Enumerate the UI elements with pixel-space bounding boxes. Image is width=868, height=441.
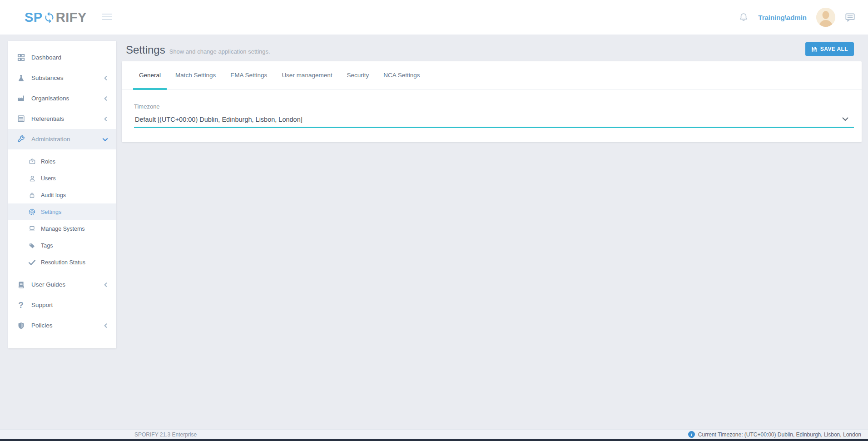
sidebar-item-resolution-status[interactable]: Resolution Status <box>8 254 116 271</box>
laptop-icon <box>28 225 36 232</box>
sidebar-item-label: Substances <box>31 74 64 81</box>
chevron-down-icon <box>842 117 848 121</box>
sidebar-item-referentials[interactable]: Referentials <box>8 109 116 129</box>
chevron-left-icon <box>103 282 108 287</box>
gear-icon <box>28 208 36 216</box>
sidebar-item-label: User Guides <box>31 281 65 288</box>
topbar-actions: Training\admin <box>739 0 855 35</box>
tab-match-settings[interactable]: Match Settings <box>169 61 222 89</box>
timezone-select[interactable]: Default [(UTC+00:00) Dublin, Edinburgh, … <box>134 115 854 128</box>
question-icon: ? <box>16 301 26 309</box>
save-all-label: SAVE ALL <box>820 46 848 52</box>
sidebar-item-label: Resolution Status <box>41 259 85 266</box>
sidebar-item-manage-systems[interactable]: Manage Systems <box>8 220 116 237</box>
sidebar-item-policies[interactable]: Policies <box>8 315 116 336</box>
factory-icon <box>16 94 26 102</box>
sidebar-item-audit-logs[interactable]: Audit logs <box>8 187 116 203</box>
sidebar-item-label: Manage Systems <box>41 226 85 232</box>
save-icon <box>811 46 817 52</box>
page-subtitle: Show and change application settings. <box>169 48 270 55</box>
settings-tabs: General Match Settings EMA Settings User… <box>122 61 862 89</box>
users-icon <box>28 175 36 182</box>
tab-ema-settings[interactable]: EMA Settings <box>224 61 273 89</box>
sidebar-item-label: Audit logs <box>41 192 66 198</box>
sidebar-item-user-guides[interactable]: User Guides <box>8 274 116 295</box>
tag-icon <box>28 242 36 249</box>
sidebar-item-organisations[interactable]: Organisations <box>8 88 116 109</box>
sidebar-item-label: Settings <box>41 209 61 215</box>
page-header: Settings Show and change application set… <box>126 44 270 56</box>
tab-general[interactable]: General <box>133 61 167 89</box>
sidebar-item-dashboard[interactable]: Dashboard <box>8 47 116 68</box>
footer: SPORIFY 21.3 Enterprise i Current Timezo… <box>0 429 868 439</box>
sidebar-item-administration[interactable]: Administration <box>8 129 116 149</box>
chevron-left-icon <box>103 75 108 80</box>
sidebar-item-settings[interactable]: Settings <box>8 203 116 220</box>
briefcase-icon <box>28 158 36 165</box>
timezone-selected-value: Default [(UTC+00:00) Dublin, Edinburgh, … <box>135 116 303 123</box>
menu-toggle-icon[interactable] <box>102 14 112 22</box>
sidebar-item-label: Policies <box>31 322 53 329</box>
check-icon <box>28 259 36 266</box>
dashboard-icon <box>16 53 26 62</box>
tab-nca-settings[interactable]: NCA Settings <box>377 61 426 89</box>
sporify-logo[interactable]: SP RIFY <box>25 0 87 35</box>
sidebar-item-users[interactable]: Users <box>8 170 116 187</box>
chevron-left-icon <box>103 116 108 121</box>
sidebar-item-support[interactable]: ? Support <box>8 295 116 315</box>
tab-user-management[interactable]: User management <box>276 61 338 89</box>
sync-icon <box>43 11 55 24</box>
info-icon: i <box>688 431 695 438</box>
current-user-label[interactable]: Training\admin <box>758 14 807 21</box>
tab-security[interactable]: Security <box>341 61 375 89</box>
chat-icon[interactable] <box>845 12 855 23</box>
wrench-icon <box>16 135 26 144</box>
chevron-left-icon <box>103 96 108 101</box>
sidebar-item-label: Tags <box>41 243 53 249</box>
save-all-button[interactable]: SAVE ALL <box>805 42 854 56</box>
settings-card: General Match Settings EMA Settings User… <box>122 61 862 142</box>
sidebar-item-label: Roles <box>41 159 55 165</box>
avatar[interactable] <box>816 8 835 27</box>
chevron-left-icon <box>103 323 108 328</box>
sidebar-item-label: Referentials <box>31 115 64 122</box>
shield-icon <box>16 322 26 330</box>
window-edge <box>0 439 868 441</box>
sidebar: Dashboard Substances Organisations Refer… <box>8 41 116 348</box>
sidebar-item-substances[interactable]: Substances <box>8 68 116 88</box>
sidebar-item-label: Support <box>31 302 53 308</box>
footer-timezone: i Current Timezone: (UTC+00:00) Dublin, … <box>688 431 861 438</box>
sidebar-item-tags[interactable]: Tags <box>8 237 116 254</box>
person-silhouette-icon <box>816 8 835 27</box>
page-title: Settings <box>126 44 165 56</box>
app-version-label: SPORIFY 21.3 Enterprise <box>134 431 197 438</box>
logo-text-prefix: SP <box>25 10 43 25</box>
lock-icon <box>28 192 36 199</box>
sidebar-item-label: Dashboard <box>31 54 61 61</box>
list-icon <box>16 115 26 123</box>
logo-text-suffix: RIFY <box>56 10 87 25</box>
administration-submenu: Roles Users Audit logs <box>8 153 116 271</box>
sidebar-item-label: Users <box>41 175 56 182</box>
current-timezone-label: Current Timezone: (UTC+00:00) Dublin, Ed… <box>698 431 861 438</box>
sidebar-item-roles[interactable]: Roles <box>8 153 116 170</box>
bell-icon[interactable] <box>739 12 749 22</box>
flask-icon <box>16 74 26 82</box>
sidebar-item-label: Organisations <box>31 95 69 102</box>
book-icon <box>16 281 26 289</box>
sidebar-item-label: Administration <box>31 136 70 143</box>
general-settings-form: Timezone Default [(UTC+00:00) Dublin, Ed… <box>122 89 862 128</box>
chevron-down-icon <box>102 137 108 142</box>
timezone-label: Timezone <box>134 103 854 110</box>
app-header: SP RIFY Training\admin <box>0 0 868 35</box>
